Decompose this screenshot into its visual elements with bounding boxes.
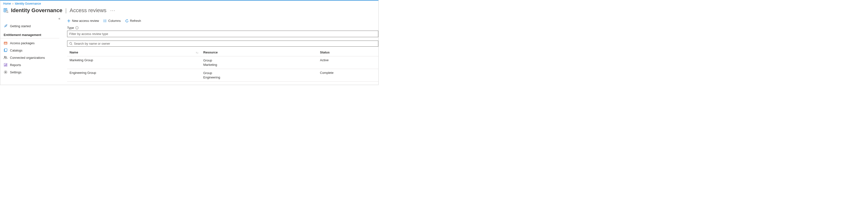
toolbar: New access review Columns Refresh <box>67 17 378 26</box>
toolbar-label: Refresh <box>130 19 141 23</box>
sidebar: « Getting started Entitlement management… <box>0 17 62 81</box>
page-subtitle: Access reviews <box>69 7 106 13</box>
refresh-button[interactable]: Refresh <box>125 19 141 23</box>
toolbar-label: New access review <box>72 19 99 23</box>
table-row[interactable]: Engineering Group Group Engineering Comp… <box>67 69 378 81</box>
type-field-label: Type i <box>67 26 378 30</box>
sidebar-item-label: Reports <box>10 63 21 67</box>
more-menu-icon[interactable]: ··· <box>111 8 116 13</box>
cell-status: Complete <box>320 71 378 79</box>
cell-name: Engineering Group <box>67 71 203 79</box>
plus-icon <box>67 19 70 23</box>
page-header: Identity Governance | Access reviews ··· <box>0 6 378 17</box>
sidebar-item-settings[interactable]: Settings <box>0 68 62 76</box>
sidebar-item-label: Catalogs <box>10 48 22 52</box>
column-header-resource[interactable]: Resource <box>203 51 320 54</box>
cell-status: Active <box>320 58 378 67</box>
sidebar-item-label: Connected organizations <box>10 56 45 60</box>
sidebar-item-getting-started[interactable]: Getting started <box>0 22 62 30</box>
svg-point-11 <box>4 56 6 58</box>
svg-rect-14 <box>5 65 5 66</box>
gear-icon <box>4 70 7 74</box>
cell-name: Marketing Group <box>67 58 203 67</box>
svg-point-26 <box>69 42 71 44</box>
catalog-icon <box>4 48 7 52</box>
access-reviews-table: Name ↑↓ Resource Status Marketing Group … <box>67 48 378 81</box>
breadcrumb-current[interactable]: Identity Governance <box>15 2 41 5</box>
title-divider: | <box>65 7 67 13</box>
svg-rect-15 <box>5 64 6 66</box>
sidebar-item-reports[interactable]: Reports <box>0 61 62 68</box>
sidebar-item-access-packages[interactable]: Access packages <box>0 39 62 46</box>
sidebar-item-label: Getting started <box>10 24 31 28</box>
breadcrumb: Home › Identity Governance <box>0 0 378 6</box>
columns-button[interactable]: Columns <box>103 19 121 23</box>
svg-line-5 <box>7 12 8 13</box>
sidebar-item-label: Settings <box>10 70 21 74</box>
search-input[interactable] <box>72 42 376 45</box>
svg-rect-7 <box>4 42 7 44</box>
svg-point-17 <box>5 72 6 73</box>
sidebar-item-connected-organizations[interactable]: Connected organizations <box>0 54 62 61</box>
svg-line-27 <box>71 44 72 45</box>
reports-icon <box>4 63 7 67</box>
svg-rect-16 <box>6 64 6 66</box>
type-filter-input[interactable] <box>67 31 378 37</box>
search-icon <box>69 42 72 45</box>
cell-resource: Group Engineering <box>203 71 320 79</box>
svg-rect-10 <box>5 48 7 51</box>
rocket-icon <box>4 24 7 28</box>
svg-point-12 <box>6 57 7 58</box>
svg-point-6 <box>6 25 6 26</box>
refresh-icon <box>125 19 129 23</box>
package-icon <box>4 41 7 45</box>
sidebar-section-entitlement: Entitlement management <box>0 30 59 38</box>
collapse-sidebar-icon[interactable]: « <box>58 17 60 21</box>
columns-icon <box>103 19 107 23</box>
sidebar-item-label: Access packages <box>10 41 34 45</box>
identity-governance-icon <box>3 7 8 13</box>
chevron-right-icon: › <box>12 2 13 5</box>
people-icon <box>4 56 7 60</box>
main-content: New access review Columns Refresh Type i <box>62 17 378 81</box>
sidebar-item-catalogs[interactable]: Catalogs <box>0 46 62 54</box>
new-access-review-button[interactable]: New access review <box>67 19 99 23</box>
breadcrumb-home[interactable]: Home <box>3 2 11 5</box>
cell-resource: Group Marketing <box>203 58 320 67</box>
table-row[interactable]: Marketing Group Group Marketing Active <box>67 56 378 69</box>
column-header-status[interactable]: Status <box>320 51 378 54</box>
info-icon[interactable]: i <box>75 26 79 29</box>
table-header: Name ↑↓ Resource Status <box>67 48 378 56</box>
column-header-name[interactable]: Name ↑↓ <box>67 51 203 54</box>
svg-point-4 <box>6 10 8 12</box>
search-box[interactable] <box>67 40 378 46</box>
toolbar-label: Columns <box>108 19 121 23</box>
page-title: Identity Governance <box>11 7 62 13</box>
sort-icon[interactable]: ↑↓ <box>196 51 198 54</box>
